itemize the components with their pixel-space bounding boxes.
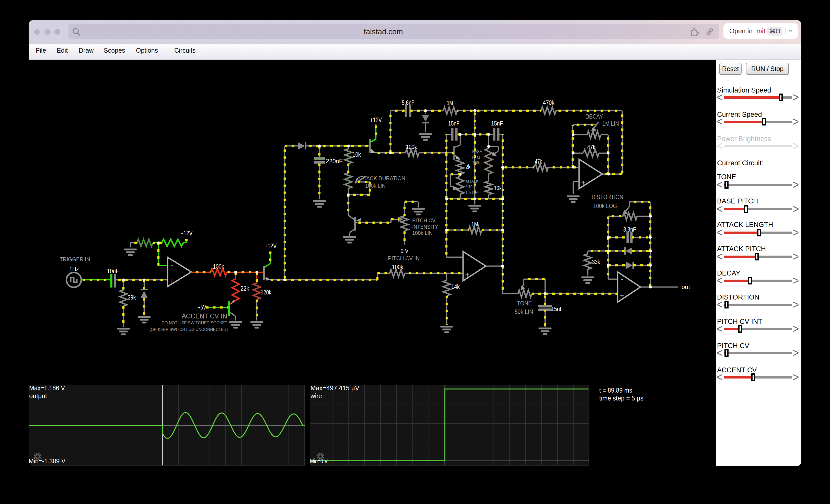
svg-text:DISTORTION: DISTORTION — [592, 193, 623, 200]
svg-text:100k LIN: 100k LIN — [412, 230, 433, 236]
svg-text:15nF: 15nF — [551, 306, 563, 312]
svg-text:ACCENT CV IN: ACCENT CV IN — [182, 312, 227, 320]
svg-text:+12V: +12V — [181, 229, 193, 237]
svg-text:TONE: TONE — [517, 300, 532, 307]
svg-text:DO NOT USE SWITCHED SOCKET: DO NOT USE SWITCHED SOCKET — [162, 321, 227, 325]
svg-text:2k: 2k — [466, 164, 471, 170]
svg-text:-: - — [466, 254, 469, 263]
svg-text:BASE: BASE — [472, 150, 482, 154]
svg-text:39k: 39k — [128, 294, 136, 301]
svg-text:PITCH CV IN: PITCH CV IN — [388, 255, 420, 261]
svg-text:50k LIN: 50k LIN — [515, 309, 533, 315]
svg-text:wire: wire — [310, 392, 322, 400]
svg-text:1Hz: 1Hz — [69, 265, 79, 273]
svg-text:1M LIN: 1M LIN — [602, 120, 619, 127]
svg-text:1M: 1M — [447, 100, 453, 106]
svg-text:INTENSITY: INTENSITY — [412, 224, 438, 230]
svg-text:ATTACK: ATTACK — [466, 179, 478, 184]
svg-text:PITCH: PITCH — [472, 155, 481, 159]
svg-text:3.3nF: 3.3nF — [623, 226, 636, 233]
svg-text:+: + — [170, 277, 174, 285]
svg-text:220nF: 220nF — [326, 158, 343, 165]
svg-text:(OR KEEP SWITCH LUG UNCONNECTE: (OR KEEP SWITCH LUG UNCONNECTED) — [150, 327, 228, 332]
svg-text:100k: 100k — [392, 264, 403, 271]
svg-text:10k: 10k — [352, 151, 361, 158]
svg-text:TRIGGER IN: TRIGGER IN — [60, 256, 90, 262]
svg-text:10nF: 10nF — [107, 267, 119, 275]
svg-text:+12V: +12V — [265, 242, 277, 249]
svg-text:15nF: 15nF — [448, 120, 459, 127]
svg-text:+12V: +12V — [370, 116, 382, 123]
svg-text:22k: 22k — [241, 285, 249, 292]
svg-text:10k: 10k — [494, 185, 502, 191]
svg-text:47k: 47k — [535, 158, 542, 165]
svg-text:120k: 120k — [261, 289, 272, 296]
svg-text:PITCH: PITCH — [466, 185, 475, 189]
svg-text:1M: 1M — [472, 221, 478, 227]
svg-text:5.6nF: 5.6nF — [402, 99, 414, 106]
svg-text:PITCH CV: PITCH CV — [412, 217, 436, 224]
svg-text:200k LIN: 200k LIN — [472, 161, 486, 165]
svg-text:100k LOG: 100k LOG — [594, 202, 617, 209]
svg-text:0 V: 0 V — [401, 248, 409, 254]
svg-text:10k LIN: 10k LIN — [466, 190, 478, 195]
svg-text:ATTACK DURATION: ATTACK DURATION — [357, 175, 405, 182]
svg-text:-: - — [621, 274, 624, 284]
svg-text:+: + — [581, 179, 586, 187]
svg-text:33k: 33k — [592, 259, 600, 265]
svg-text:Max=1.186 V: Max=1.186 V — [29, 384, 65, 392]
svg-text:47k: 47k — [587, 144, 596, 151]
svg-text:100k LIN: 100k LIN — [365, 183, 386, 189]
svg-text:Max=497.415 µV: Max=497.415 µV — [311, 384, 359, 392]
svg-text:t = 89.89 ms: t = 89.89 ms — [599, 386, 632, 394]
svg-text:14k: 14k — [451, 283, 460, 290]
svg-text:out: out — [681, 283, 690, 290]
svg-text:15nF: 15nF — [491, 120, 503, 127]
svg-text:time step = 5 µs: time step = 5 µs — [599, 395, 643, 402]
svg-text:+5V: +5V — [198, 304, 206, 311]
svg-text:Min=-1.309 V: Min=-1.309 V — [29, 457, 66, 465]
svg-text:-: - — [171, 260, 173, 270]
svg-text:-: - — [582, 161, 585, 171]
svg-text:100k: 100k — [406, 144, 417, 150]
svg-text:DECAY: DECAY — [585, 113, 603, 120]
svg-text:output: output — [29, 392, 47, 400]
svg-text:+: + — [465, 271, 470, 279]
svg-text:100k: 100k — [213, 263, 224, 270]
svg-text:470k: 470k — [543, 99, 554, 106]
svg-text:+: + — [620, 291, 624, 300]
